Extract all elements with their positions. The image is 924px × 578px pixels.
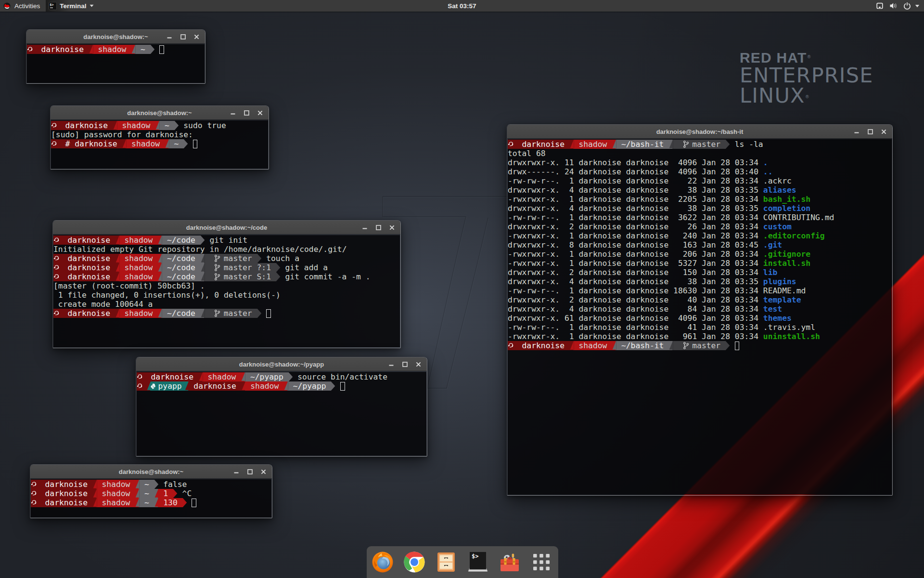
powerline-arrow-tip-icon — [331, 381, 335, 391]
file-name: custom — [763, 222, 792, 231]
terminal-row: drwxrwxr-x. 11 darknoise darknoise 4096 … — [508, 158, 892, 167]
dock-toolbox-button[interactable] — [496, 549, 523, 576]
file-name: .gitignore — [763, 250, 810, 259]
file-name: .ackrc — [763, 176, 792, 185]
prompt-segment-host: shadow — [120, 263, 158, 272]
output-text: drwxrwxr-x. 11 darknoise darknoise 4096 … — [508, 158, 763, 167]
dock-files-button[interactable] — [432, 549, 460, 576]
maximize-icon — [376, 225, 381, 230]
dock-firefox-button[interactable] — [369, 549, 396, 576]
minimize-button[interactable] — [850, 125, 863, 138]
powerline-separator-icon — [135, 489, 140, 498]
terminal-content[interactable]: darknoiseshadow~/bash-itmasterls -latota… — [508, 139, 892, 495]
window-buttons — [226, 106, 267, 119]
terminal-row: darknoiseshadow~130 — [31, 498, 271, 507]
output-text: -rwxrwxr-x. 1 darknoise darknoise 2205 J… — [508, 195, 763, 204]
prompt-segment-branch: master — [205, 309, 257, 318]
minimize-button[interactable] — [230, 465, 243, 478]
prompt-segment-path: ~/code — [162, 236, 200, 245]
svg-text:$>: $> — [472, 553, 478, 560]
maximize-button[interactable] — [243, 465, 257, 478]
terminal-content[interactable]: darknoiseshadow~/pyappsource bin/activat… — [137, 372, 426, 456]
titlebar[interactable]: darknoise@shadow:~/pyapp — [136, 357, 427, 371]
terminal-cursor — [193, 140, 198, 148]
terminal-content[interactable]: darknoiseshadow~ — [27, 44, 205, 83]
maximize-button[interactable] — [372, 221, 385, 234]
terminal-row: drwxrwxr-x. 2 darknoise darknoise 40 Jan… — [508, 295, 892, 304]
dock-chrome-button[interactable] — [400, 549, 428, 576]
prompt-redhat-icon — [137, 372, 151, 381]
close-button[interactable] — [190, 30, 203, 43]
prompt-segment-user: darknoise — [41, 45, 88, 54]
prompt-segment-host: shadow — [97, 489, 135, 498]
prompt-redhat-icon — [508, 341, 522, 350]
minimize-button[interactable] — [226, 106, 240, 119]
prompt-segment-user: darknoise — [67, 272, 115, 281]
maximize-button[interactable] — [240, 106, 253, 119]
close-icon — [881, 129, 886, 134]
terminal-row: -rwxrwxr-x. 1 darknoise darknoise 961 Ja… — [508, 332, 892, 341]
window-buttons — [230, 465, 270, 478]
terminal-row: -rwxrwxr-x. 1 darknoise darknoise 5327 J… — [508, 259, 892, 268]
dock-show-apps-button[interactable] — [527, 549, 555, 576]
file-name: bash_it.sh — [763, 195, 810, 204]
close-button[interactable] — [385, 221, 398, 234]
close-icon — [261, 469, 266, 474]
window-title: darknoise@shadow:~/pyapp — [239, 361, 324, 368]
powerline-arrow-tip-icon — [200, 236, 205, 245]
titlebar[interactable]: darknoise@shadow:~/code — [53, 221, 400, 235]
powerline-arrow-tip-icon — [173, 489, 178, 498]
prompt-segment-host: shadow — [574, 140, 612, 149]
close-button[interactable] — [411, 357, 425, 371]
terminal-content[interactable]: darknoiseshadow~falsedarknoiseshadow~1^C… — [31, 479, 271, 517]
output-text: -rw-rw-r--. 1 darknoise darknoise 22 Jan… — [508, 176, 763, 185]
prompt-redhat-icon — [53, 309, 67, 318]
terminal-content[interactable]: darknoiseshadow~sudo true[sudo] password… — [51, 120, 268, 169]
prompt-space — [179, 121, 183, 130]
maximize-button[interactable] — [863, 125, 877, 138]
prompt-segment-branch: master — [673, 341, 725, 350]
toolbox-icon — [498, 551, 521, 574]
terminal-cursor — [735, 342, 740, 350]
close-button[interactable] — [877, 125, 890, 138]
prompt-space — [293, 372, 297, 381]
window-title: darknoise@shadow:~ — [119, 468, 183, 475]
close-button[interactable] — [257, 465, 270, 478]
minimize-icon — [167, 34, 172, 39]
window-title: darknoise@shadow:~/bash-it — [656, 128, 744, 135]
branch-name: master — [224, 254, 252, 263]
minimize-button[interactable] — [358, 221, 372, 234]
powerline-separator-icon — [200, 272, 205, 281]
command-text: ls -la — [735, 140, 763, 149]
terminal-row: darknoiseshadow~/codemaster S:1git commi… — [53, 272, 400, 281]
prompt-segment-venv: pyapp — [151, 381, 184, 391]
prompt-segment-branch: master — [673, 140, 725, 149]
status-area[interactable] — [876, 2, 924, 10]
clock[interactable]: Sat 03:57 — [0, 2, 924, 10]
terminal-row: drwxrwxr-x. 61 darknoise darknoise 4096 … — [508, 314, 892, 323]
titlebar[interactable]: darknoise@shadow:~ — [26, 30, 205, 44]
terminal-row: -rw-rw-r--. 1 darknoise darknoise 22 Jan… — [508, 176, 892, 185]
minimize-button[interactable] — [163, 30, 176, 43]
titlebar[interactable]: darknoise@shadow:~ — [51, 106, 269, 120]
prompt-redhat-icon — [31, 480, 45, 489]
output-text: Initialized empty Git repository in /hom… — [53, 245, 346, 254]
python-venv-icon — [151, 383, 156, 389]
maximize-button[interactable] — [176, 30, 190, 43]
command-text: git commit -a -m . — [285, 272, 371, 281]
file-name: aliases — [763, 185, 796, 195]
terminal-content[interactable]: darknoiseshadow~/codegit initInitialized… — [53, 235, 400, 347]
terminal-row: -rwxrwxr-x. 1 darknoise darknoise 206 Ja… — [508, 250, 892, 259]
prompt-space — [261, 254, 266, 263]
titlebar[interactable]: darknoise@shadow:~ — [30, 465, 272, 479]
titlebar[interactable]: darknoise@shadow:~/bash-it — [507, 125, 892, 139]
prompt-segment-path: ~/code — [162, 254, 200, 263]
dock-terminal-button[interactable]: $> — [464, 549, 491, 576]
minimize-button[interactable] — [385, 357, 398, 371]
maximize-icon — [402, 362, 408, 367]
prompt-segment-user: darknoise — [67, 236, 115, 245]
terminal-row: [sudo] password for darknoise: — [51, 130, 268, 139]
maximize-button[interactable] — [398, 357, 411, 371]
file-name: install.sh — [763, 259, 810, 268]
close-button[interactable] — [253, 106, 267, 119]
